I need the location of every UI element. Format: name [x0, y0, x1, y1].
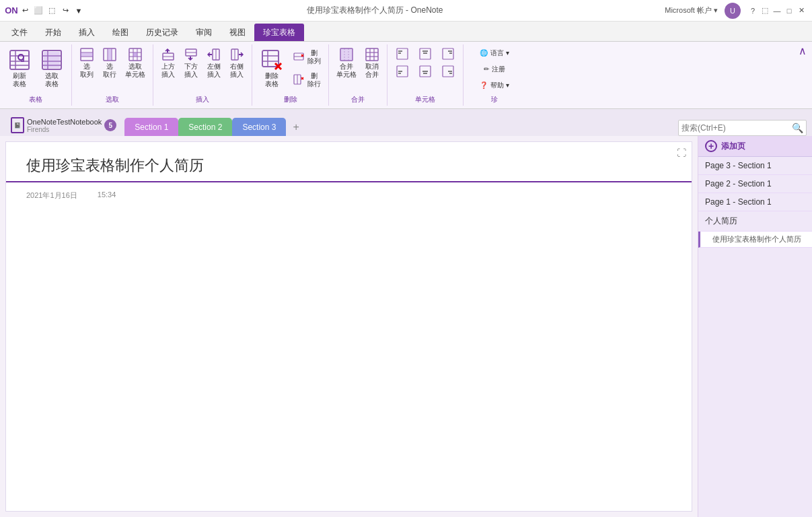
- help-ribbon-button[interactable]: ❓ 帮助 ▾: [468, 78, 521, 92]
- align-top-right-button[interactable]: [437, 46, 459, 62]
- ribbon-group-lang: 🌐 语言 ▾ ✏ 注册 ❓ 帮助 ▾ 珍: [464, 44, 525, 106]
- table-icon-qat[interactable]: ⬜: [32, 5, 44, 17]
- page-item-resume[interactable]: 个人简历: [698, 211, 812, 232]
- page-item-p2s1[interactable]: Page 2 - Section 1: [698, 175, 812, 193]
- svg-rect-24: [133, 53, 137, 57]
- expand-icon[interactable]: ⛶: [677, 147, 686, 158]
- ribbon-collapse-button[interactable]: ∧: [799, 44, 807, 57]
- help-button[interactable]: ?: [747, 5, 758, 16]
- delete-table-icon: [261, 49, 283, 71]
- cell-group-content: [392, 46, 459, 94]
- align-mid-center-button[interactable]: [414, 63, 436, 79]
- align-mid-right-button[interactable]: [437, 63, 459, 79]
- svg-rect-60: [397, 48, 408, 59]
- language-label: 语言 ▾: [490, 49, 509, 57]
- dropdown-icon[interactable]: ▼: [73, 5, 85, 17]
- avatar[interactable]: U: [725, 3, 741, 19]
- maximize-button[interactable]: □: [784, 5, 795, 16]
- tab-home[interactable]: 开始: [36, 24, 70, 41]
- annotation-button[interactable]: ✏ 注册: [468, 62, 521, 75]
- language-button[interactable]: 🌐 语言 ▾: [468, 46, 521, 59]
- svg-rect-10: [44, 52, 60, 68]
- delete-table-button[interactable]: 删除表格: [256, 46, 287, 92]
- unmerge-cell-label: 取消合并: [365, 63, 379, 79]
- tab-history[interactable]: 历史记录: [137, 24, 187, 41]
- page-date: 2021年1月16日 15:34: [6, 188, 692, 203]
- tab-insert[interactable]: 插入: [70, 24, 104, 41]
- add-page-icon: +: [705, 140, 717, 152]
- insert-right-button[interactable]: 右侧插入: [226, 46, 248, 81]
- insert-right-icon: [230, 48, 244, 61]
- select-cell-button[interactable]: 选取单元格: [122, 46, 149, 81]
- insert-left-button[interactable]: 左侧插入: [203, 46, 225, 81]
- ribbon-group-delete: 删除表格 删除列 删除行 删除: [252, 44, 329, 106]
- refresh-table-label: 刷新表格: [13, 72, 26, 88]
- search-input[interactable]: [681, 123, 789, 133]
- search-icon[interactable]: 🔍: [792, 123, 803, 133]
- notebook-selector[interactable]: 📓 OneNoteTestNotebook Firends 5: [5, 114, 122, 136]
- ribbon-content: 刷新表格 选取表格 表格 选取列 选取行: [0, 42, 812, 109]
- page-item-p3s1[interactable]: Page 3 - Section 1: [698, 157, 812, 175]
- add-section-button[interactable]: +: [286, 118, 305, 136]
- minimize-button[interactable]: —: [772, 5, 782, 16]
- page-item-p1s1[interactable]: Page 1 - Section 1: [698, 193, 812, 211]
- tab-draw[interactable]: 绘图: [104, 24, 137, 41]
- select-row-button[interactable]: 选取列: [76, 46, 98, 81]
- delete-group-label: 删除: [284, 95, 297, 104]
- delete-col-label: 删除行: [307, 72, 321, 88]
- refresh-table-icon: [9, 49, 30, 71]
- section-tab-2[interactable]: Section 2: [178, 118, 232, 136]
- select-row-icon: [80, 48, 94, 61]
- table2-icon-qat[interactable]: ⬚: [46, 5, 58, 17]
- page-title: 使用珍宝表格制作个人简历: [26, 156, 671, 176]
- tab-table[interactable]: 珍宝表格: [254, 24, 304, 41]
- delete-row-icon: [292, 50, 305, 63]
- select-table-label: 选取表格: [45, 72, 59, 88]
- align-top-center-button[interactable]: [414, 46, 436, 62]
- svg-rect-52: [340, 48, 353, 61]
- lang-group-label: 珍: [491, 95, 498, 104]
- align-mid-left-button[interactable]: [392, 63, 413, 79]
- merge-group-content: 合并单元格 取消合并: [333, 46, 383, 94]
- tab-review[interactable]: 审阅: [187, 24, 221, 41]
- lang-group-content: 🌐 语言 ▾ ✏ 注册 ❓ 帮助 ▾: [468, 46, 521, 94]
- quick-access-toolbar: ON ↩ ⬜ ⬚ ↪ ▼: [5, 5, 85, 17]
- delete-row-button[interactable]: 删除列: [289, 46, 324, 67]
- select-cell-icon: [128, 48, 142, 61]
- delete-col-button[interactable]: 删除行: [289, 69, 324, 90]
- add-page-button[interactable]: + 添加页: [698, 136, 812, 157]
- align-top-left-button[interactable]: [392, 46, 413, 62]
- section-tab-1[interactable]: Section 1: [124, 118, 178, 136]
- window-controls: Microsoft 帐户 ▾ U ? ⬚ — □ ✕: [665, 3, 807, 19]
- select-col-label: 选取行: [103, 63, 116, 79]
- insert-above-button[interactable]: 上方插入: [157, 46, 179, 81]
- add-page-label: 添加页: [721, 141, 745, 152]
- title-bar-left: ON ↩ ⬜ ⬚ ↪ ▼: [5, 5, 85, 17]
- undo-icon[interactable]: ↩: [19, 5, 31, 17]
- tab-view[interactable]: 视图: [221, 24, 254, 41]
- recent-pages-button[interactable]: 5: [104, 119, 116, 131]
- merge-cell-label: 合并单元格: [336, 63, 357, 79]
- account-label[interactable]: Microsoft 帐户 ▾: [665, 5, 718, 15]
- cell-align-row2: [392, 63, 459, 79]
- select-cell-label: 选取单元格: [125, 63, 145, 79]
- select-col-icon: [103, 48, 116, 61]
- refresh-table-button[interactable]: 刷新表格: [4, 46, 35, 92]
- annotation-label: 注册: [492, 65, 505, 73]
- close-button[interactable]: ✕: [796, 5, 807, 16]
- table-group-label: 表格: [29, 95, 42, 104]
- tab-file[interactable]: 文件: [3, 24, 36, 41]
- page-title-area: 使用珍宝表格制作个人简历: [6, 142, 692, 182]
- svg-rect-63: [420, 48, 431, 59]
- insert-below-button[interactable]: 下方插入: [180, 46, 202, 81]
- merge-cell-button[interactable]: 合并单元格: [333, 46, 360, 81]
- select-col-button[interactable]: 选取行: [99, 46, 120, 81]
- page-time-value: 15:34: [98, 191, 116, 201]
- redo-icon[interactable]: ↪: [59, 5, 71, 17]
- ribbon-options-button[interactable]: ⬚: [760, 5, 770, 16]
- right-panel: + 添加页 Page 3 - Section 1 Page 2 - Sectio…: [698, 136, 812, 517]
- select-table-button[interactable]: 选取表格: [36, 46, 67, 92]
- section-tab-3[interactable]: Section 3: [232, 118, 286, 136]
- unmerge-cell-button[interactable]: 取消合并: [361, 46, 383, 81]
- page-item-resume-detail[interactable]: 使用珍宝表格制作个人简历: [698, 232, 812, 248]
